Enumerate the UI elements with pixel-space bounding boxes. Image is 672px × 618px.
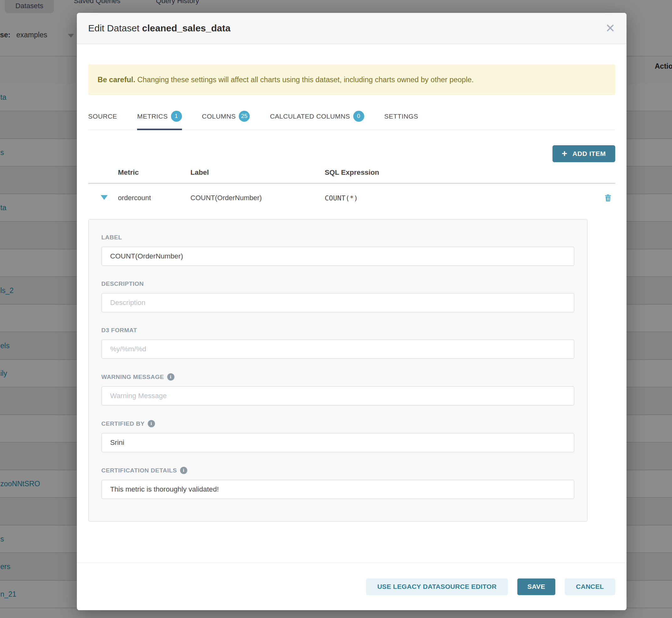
label-field-label-text: LABEL xyxy=(101,234,122,241)
warning-banner: Be careful. Changing these settings will… xyxy=(88,64,615,95)
metrics-table-header: Metric Label SQL Expression xyxy=(88,169,615,184)
certified-by-field-label-text: CERTIFIED BY xyxy=(101,420,145,427)
calculated-columns-count-badge: 0 xyxy=(353,111,364,122)
metric-detail-panel: LABEL DESCRIPTION D3 FORMAT WARNING MESS… xyxy=(88,219,588,522)
sql-expression-column-header: SQL Expression xyxy=(325,169,601,177)
label-input[interactable] xyxy=(101,246,574,266)
use-legacy-datasource-editor-button[interactable]: USE LEGACY DATASOURCE EDITOR xyxy=(366,579,508,595)
tab-source-label: SOURCE xyxy=(88,113,117,120)
add-item-button[interactable]: + ADD ITEM xyxy=(553,145,615,162)
cancel-button[interactable]: CANCEL xyxy=(565,579,615,595)
description-field-label: DESCRIPTION xyxy=(101,281,574,287)
certification-details-field-label-text: CERTIFICATION DETAILS xyxy=(101,467,177,474)
warning-message-input[interactable] xyxy=(101,386,574,406)
add-item-label: ADD ITEM xyxy=(573,150,606,158)
certified-by-input[interactable] xyxy=(101,433,574,452)
metric-sql-expression: COUNT(*) xyxy=(325,194,601,202)
tab-source[interactable]: SOURCE xyxy=(88,111,117,130)
dataset-editor-tabs: SOURCE METRICS 1 COLUMNS 25 CALCULATED C… xyxy=(88,111,615,130)
delete-metric-button[interactable] xyxy=(601,193,615,203)
trash-icon xyxy=(604,193,612,203)
tab-calculated-columns[interactable]: CALCULATED COLUMNS 0 xyxy=(270,111,364,130)
modal-header: Edit Dataset cleaned_sales_data ✕ xyxy=(77,13,627,44)
certification-details-field-label: CERTIFICATION DETAILS i xyxy=(101,467,574,474)
certified-by-field-label: CERTIFIED BY i xyxy=(101,420,574,427)
warning-message-field-label: WARNING MESSAGE i xyxy=(101,373,574,381)
add-item-row: + ADD ITEM xyxy=(88,145,615,162)
tab-columns-label: COLUMNS xyxy=(202,113,236,120)
warning-message-field-label-text: WARNING MESSAGE xyxy=(101,374,164,381)
d3-format-input[interactable] xyxy=(101,339,574,359)
label-field-label: LABEL xyxy=(101,234,574,241)
tab-settings-label: SETTINGS xyxy=(384,113,418,120)
metric-label: COUNT(OrderNumber) xyxy=(190,194,325,202)
d3-format-field-label: D3 FORMAT xyxy=(101,327,574,334)
info-icon[interactable]: i xyxy=(180,467,187,474)
description-input[interactable] xyxy=(101,293,574,312)
save-button[interactable]: SAVE xyxy=(517,579,555,595)
description-field-label-text: DESCRIPTION xyxy=(101,281,144,287)
info-icon[interactable]: i xyxy=(148,420,155,427)
modal-title: Edit Dataset cleaned_sales_data xyxy=(88,23,230,33)
metric-name: ordercount xyxy=(118,194,190,202)
certification-details-input[interactable] xyxy=(101,480,574,499)
screen: Datasets Saved Queries Query History se:… xyxy=(0,0,672,618)
modal-title-prefix: Edit Dataset xyxy=(88,23,142,33)
warning-banner-bold: Be careful. xyxy=(98,76,135,84)
d3-format-field-label-text: D3 FORMAT xyxy=(101,327,137,334)
modal-title-dataset-name: cleaned_sales_data xyxy=(142,23,230,33)
plus-icon: + xyxy=(562,149,568,158)
metric-row: ordercount COUNT(OrderNumber) COUNT(*) xyxy=(88,184,615,219)
info-icon[interactable]: i xyxy=(167,373,174,381)
tab-metrics-label: METRICS xyxy=(137,113,168,120)
close-icon[interactable]: ✕ xyxy=(605,22,615,34)
modal-footer: USE LEGACY DATASOURCE EDITOR SAVE CANCEL xyxy=(77,562,627,610)
columns-count-badge: 25 xyxy=(239,111,250,122)
warning-banner-text: Changing these settings will affect all … xyxy=(135,76,474,84)
modal-body: Be careful. Changing these settings will… xyxy=(77,45,627,522)
label-column-header: Label xyxy=(190,169,325,177)
tab-settings[interactable]: SETTINGS xyxy=(384,111,418,130)
tab-columns[interactable]: COLUMNS 25 xyxy=(202,111,250,130)
tab-calculated-columns-label: CALCULATED COLUMNS xyxy=(270,113,350,120)
collapse-caret-icon[interactable] xyxy=(101,195,108,200)
tab-metrics[interactable]: METRICS 1 xyxy=(137,111,182,130)
edit-dataset-modal: Edit Dataset cleaned_sales_data ✕ Be car… xyxy=(77,13,627,610)
metric-column-header: Metric xyxy=(118,169,190,177)
metrics-count-badge: 1 xyxy=(171,111,182,122)
